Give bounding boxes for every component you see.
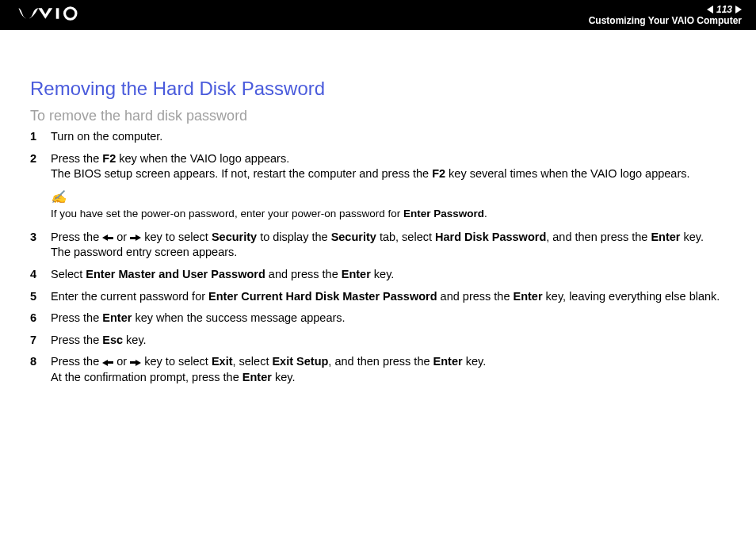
text: Press the [51, 355, 102, 368]
step-number: 7 [30, 333, 51, 349]
text: or [113, 355, 130, 368]
text: The BIOS setup screen appears. If not, r… [51, 167, 432, 180]
step-body: Enter the current password for Enter Cur… [51, 289, 726, 305]
text: Press the [51, 334, 102, 346]
page-content: Removing the Hard Disk Password To remov… [0, 30, 756, 386]
text: key, leaving everything else blank. [543, 290, 720, 303]
text: Press the [51, 152, 102, 165]
text: key several times when the VAIO logo app… [445, 167, 689, 180]
step-number: 2 [30, 151, 51, 182]
text: . [484, 208, 487, 219]
key-f2: F2 [102, 152, 116, 165]
note-icon: ✍ [51, 189, 726, 206]
step-number: 6 [30, 311, 51, 326]
key-enter: Enter [342, 268, 371, 280]
exit-setup-label: Exit Setup [272, 355, 328, 368]
step-7: 7 Press the Esc key. [30, 333, 726, 349]
step-body: Press the Esc key. [51, 333, 726, 349]
text: If you have set the power-on password, e… [51, 208, 403, 219]
text: Press the [51, 231, 102, 243]
key-esc: Esc [102, 334, 123, 346]
step-number: 3 [30, 230, 51, 261]
text: , and then press the [546, 231, 651, 243]
arrow-left-icon [102, 230, 113, 246]
text: key when the success message appears. [132, 311, 345, 324]
text: tab, select [376, 231, 435, 243]
key-enter: Enter [242, 371, 272, 383]
text: , and then press the [328, 355, 433, 368]
step-body: Select Enter Master and User Password an… [51, 267, 726, 283]
text: key. [463, 355, 487, 368]
steps-list: 1 Turn on the computer. 2 Press the F2 k… [30, 129, 726, 386]
step-6: 6 Press the Enter key when the success m… [30, 311, 726, 326]
step-8: 8 Press the or key to select Exit, selec… [30, 354, 726, 386]
text: key when the VAIO logo appears. [116, 152, 289, 165]
current-master-label: Enter Current Hard Disk Master Password [208, 290, 437, 303]
page-subtitle: To remove the hard disk password [30, 108, 726, 124]
text: key. [123, 334, 147, 346]
text: key. [681, 231, 704, 243]
exit-label: Exit [212, 355, 233, 368]
arrow-left-icon [102, 355, 113, 371]
step-body: Press the or key to select Security to d… [51, 230, 726, 261]
key-enter: Enter [433, 355, 463, 368]
text: key to select [141, 231, 212, 243]
security-tab-label: Security [331, 231, 376, 243]
svg-point-1 [65, 8, 76, 19]
prev-page-icon[interactable] [707, 6, 713, 13]
header-meta: 113 Customizing Your VAIO Computer [589, 4, 742, 27]
key-enter: Enter [651, 231, 680, 243]
step-4: 4 Select Enter Master and User Password … [30, 267, 726, 283]
step-number: 8 [30, 354, 51, 386]
step-5: 5 Enter the current password for Enter C… [30, 289, 726, 305]
text: and press the [265, 268, 342, 280]
note: ✍ If you have set the power-on password,… [51, 189, 726, 222]
enter-password-label: Enter Password [403, 208, 484, 219]
text: to display the [257, 231, 331, 243]
step-number: 1 [30, 129, 51, 145]
text: Select [51, 268, 86, 280]
text: The password entry screen appears. [51, 246, 237, 258]
vaio-logo [14, 6, 101, 24]
step-body: Press the F2 key when the VAIO logo appe… [51, 151, 726, 182]
arrow-right-icon [130, 230, 141, 246]
step-number: 4 [30, 267, 51, 283]
text: and press the [437, 290, 514, 303]
text: Enter the current password for [51, 290, 208, 303]
step-3: 3 Press the or key to select Security to… [30, 230, 726, 261]
key-enter: Enter [102, 311, 132, 324]
text: At the confirmation prompt, press the [51, 371, 242, 383]
text: key. [371, 268, 395, 280]
key-enter: Enter [513, 290, 542, 303]
step-body: Press the Enter key when the success mes… [51, 311, 726, 326]
step-number: 5 [30, 289, 51, 305]
step-2: 2 Press the F2 key when the VAIO logo ap… [30, 151, 726, 182]
text: or [113, 231, 130, 243]
security-label: Security [212, 231, 257, 243]
hdd-password-label: Hard Disk Password [435, 231, 546, 243]
step-1: 1 Turn on the computer. [30, 129, 726, 145]
key-f2: F2 [432, 167, 445, 180]
section-label: Customizing Your VAIO Computer [589, 15, 742, 26]
page-title: Removing the Hard Disk Password [30, 78, 726, 100]
page-header: 113 Customizing Your VAIO Computer [0, 0, 756, 30]
page-number: 113 [716, 4, 732, 15]
svg-rect-0 [56, 8, 59, 19]
text: , select [232, 355, 272, 368]
text: Press the [51, 311, 102, 324]
step-body: Press the or key to select Exit, select … [51, 354, 726, 386]
next-page-icon[interactable] [735, 6, 742, 13]
master-user-label: Enter Master and User Password [86, 268, 265, 280]
arrow-right-icon [130, 355, 141, 371]
page-nav[interactable]: 113 [589, 4, 742, 15]
step-body: Turn on the computer. [51, 129, 726, 145]
text: key. [272, 371, 296, 383]
text: key to select [141, 355, 212, 368]
